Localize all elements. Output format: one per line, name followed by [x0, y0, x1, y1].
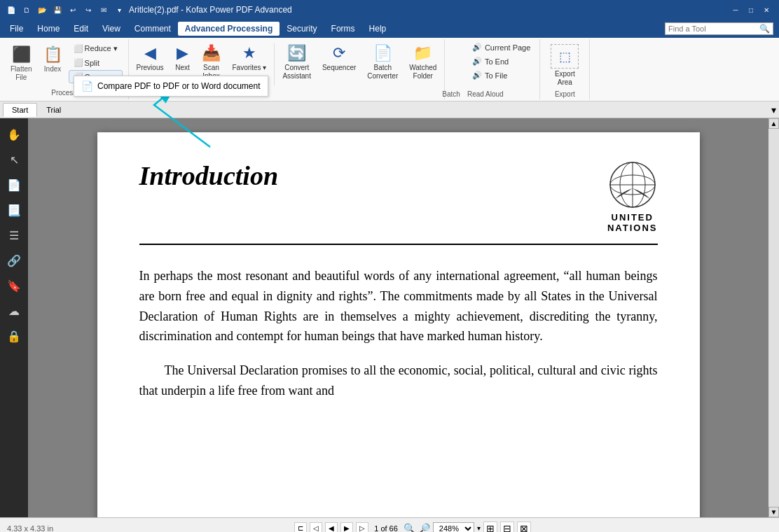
scroll-up-button[interactable]: ▲: [768, 118, 779, 129]
title-bar: 📄 🗋 📂 💾 ↩ ↪ ✉ ▾ Aritlcle(2).pdf - Kofax …: [0, 0, 779, 20]
watched-folder-button[interactable]: 📁 WatchedFolder: [404, 41, 441, 88]
right-scrollbar[interactable]: ▲ ▼: [768, 118, 779, 517]
link-button[interactable]: 🔗: [2, 248, 26, 272]
maximize-btn[interactable]: □: [744, 3, 758, 17]
menu-comment[interactable]: Comment: [127, 22, 178, 36]
to-end-button[interactable]: 🔊 To End: [467, 55, 535, 68]
zoom-select[interactable]: 248% 100% 150% 200%: [433, 522, 474, 533]
current-page-button[interactable]: 🔊 Current Page: [467, 41, 535, 54]
split-icon: ⬜: [74, 58, 83, 67]
prev-page-button[interactable]: ◁: [310, 522, 322, 533]
fit-width-btn[interactable]: ⊟: [500, 522, 514, 533]
first-page-button[interactable]: ⊏: [294, 522, 307, 533]
menu-security[interactable]: Security: [280, 22, 324, 36]
sequencer-button[interactable]: ⟳ Sequencer: [317, 41, 361, 88]
to-file-icon: 🔊: [472, 71, 482, 80]
read-aloud-label: Read Aloud: [467, 90, 535, 98]
lock-button[interactable]: 🔒: [2, 324, 26, 348]
tooltip-text: Compare PDF to PDF or to Word document: [97, 81, 261, 91]
menu-file[interactable]: File: [3, 22, 30, 36]
menu-help[interactable]: Help: [362, 22, 394, 36]
next-icon: ▶: [177, 44, 188, 62]
page-info: 1 of 66: [374, 524, 398, 533]
app-icon: 📄: [6, 4, 17, 15]
menu-advanced-processing[interactable]: Advanced Processing: [178, 22, 280, 36]
sequencer-icon: ⟳: [333, 44, 345, 62]
paragraph-2: The Universal Declaration promises to al…: [139, 360, 658, 401]
pagination-controls: ⊏ ◁ ◀ ▶ ▷ 1 of 66 🔍 🔎 248% 100% 150% 200…: [294, 522, 531, 533]
read-aloud-inner: 🔊 Current Page 🔊 To End 🔊 To File: [467, 41, 535, 82]
index-button[interactable]: 📋 Index: [39, 42, 67, 77]
split-button[interactable]: ⬜ Split: [69, 56, 123, 69]
batch-icon: 📄: [373, 44, 392, 62]
new-icon[interactable]: 🗋: [21, 4, 32, 15]
zoom-dropdown-icon[interactable]: ▾: [477, 524, 481, 532]
current-page-icon: 🔊: [472, 43, 482, 52]
page-dimensions: 4.33 x 4.33 in: [7, 524, 53, 533]
window-title: Aritlcle(2).pdf - Kofax Power PDF Advanc…: [129, 5, 292, 15]
compare-tooltip: 📄 Compare PDF to PDF or to Word document: [74, 76, 268, 97]
email-icon[interactable]: ✉: [98, 4, 109, 15]
export-section: ⬚ ExportArea Export: [540, 39, 590, 99]
tabs-bar: Start Trial ▾: [0, 102, 779, 118]
menu-view[interactable]: View: [95, 22, 127, 36]
batch-label: Batch: [442, 90, 460, 98]
list-view-button[interactable]: ☰: [2, 223, 26, 247]
more-icon[interactable]: ▾: [113, 4, 125, 15]
minimize-btn[interactable]: ─: [729, 3, 743, 17]
to-end-icon: 🔊: [472, 57, 482, 66]
zoom-out-icon[interactable]: 🔍: [404, 523, 415, 533]
window-controls: ─ □ ✕: [729, 3, 773, 17]
export-area-button[interactable]: ⬚ ExportArea: [546, 41, 584, 90]
menu-forms[interactable]: Forms: [324, 22, 362, 36]
search-icon[interactable]: 🔍: [759, 24, 770, 34]
tabs-overflow-btn[interactable]: ▾: [771, 104, 776, 115]
flatten-file-button[interactable]: ⬛ FlattenFile: [6, 42, 37, 85]
redo-icon[interactable]: ↪: [83, 4, 94, 15]
menu-edit[interactable]: Edit: [67, 22, 95, 36]
tab-trial[interactable]: Trial: [37, 103, 70, 117]
document-area: Introduction UNITED NATIONS: [28, 118, 768, 517]
scroll-track[interactable]: [768, 129, 779, 507]
menu-home[interactable]: Home: [30, 22, 67, 36]
watched-folder-icon: 📁: [413, 44, 432, 62]
page-view-button[interactable]: 📄: [2, 173, 26, 197]
separator1: [274, 43, 275, 85]
document-view-button[interactable]: 📃: [2, 198, 26, 222]
convert-assistant-button[interactable]: 🔄 ConvertAssistant: [277, 41, 316, 88]
page-header: Introduction UNITED NATIONS: [139, 160, 658, 245]
cloud-button[interactable]: ☁: [2, 299, 26, 323]
hand-tool-button[interactable]: ✋: [2, 122, 26, 146]
title-bar-left: 📄 🗋 📂 💾 ↩ ↪ ✉ ▾ Aritlcle(2).pdf - Kofax …: [6, 4, 292, 15]
un-logo: UNITED NATIONS: [607, 160, 658, 233]
open-icon[interactable]: 📂: [36, 4, 48, 15]
document-text: In perhaps the most resonant and beautif…: [139, 266, 658, 401]
batch-converter-button[interactable]: 📄 BatchConverter: [362, 41, 403, 88]
fit-page-btn[interactable]: ⊞: [483, 522, 497, 533]
tab-start[interactable]: Start: [3, 103, 37, 117]
fit-height-btn[interactable]: ⊠: [517, 522, 531, 533]
last-page-btn[interactable]: ▷: [356, 522, 368, 533]
close-btn[interactable]: ✕: [759, 3, 773, 17]
cursor-tool-button[interactable]: ↖: [2, 148, 26, 172]
to-file-button[interactable]: 🔊 To File: [467, 69, 535, 82]
undo-icon[interactable]: ↩: [67, 4, 78, 15]
un-emblem-svg: [608, 160, 657, 209]
find-a-tool-input[interactable]: [668, 24, 759, 33]
zoom-in-icon[interactable]: 🔎: [418, 523, 430, 533]
stamp-button[interactable]: 🔖: [2, 274, 26, 298]
flatten-icon: ⬛: [12, 46, 31, 64]
read-aloud-section: 🔊 Current Page 🔊 To End 🔊 To File Read A…: [463, 39, 540, 99]
prev-page-btn2[interactable]: ◀: [325, 522, 338, 533]
previous-icon: ◀: [144, 44, 156, 62]
save-icon[interactable]: 💾: [52, 4, 63, 15]
left-sidebar: ✋ ↖ 📄 📃 ☰ 🔗 🔖 ☁ 🔒: [0, 118, 28, 517]
page-title: Introduction: [139, 160, 279, 191]
paragraph-1: In perhaps the most resonant and beautif…: [139, 266, 658, 346]
reduce-button[interactable]: ⬜ Reduce ▾: [69, 42, 123, 55]
index-icon: 📋: [43, 46, 62, 64]
next-page-btn[interactable]: ▶: [340, 522, 353, 533]
export-label: Export: [546, 90, 584, 98]
page-container: Introduction UNITED NATIONS: [97, 132, 700, 517]
scroll-down-button[interactable]: ▼: [768, 507, 779, 517]
